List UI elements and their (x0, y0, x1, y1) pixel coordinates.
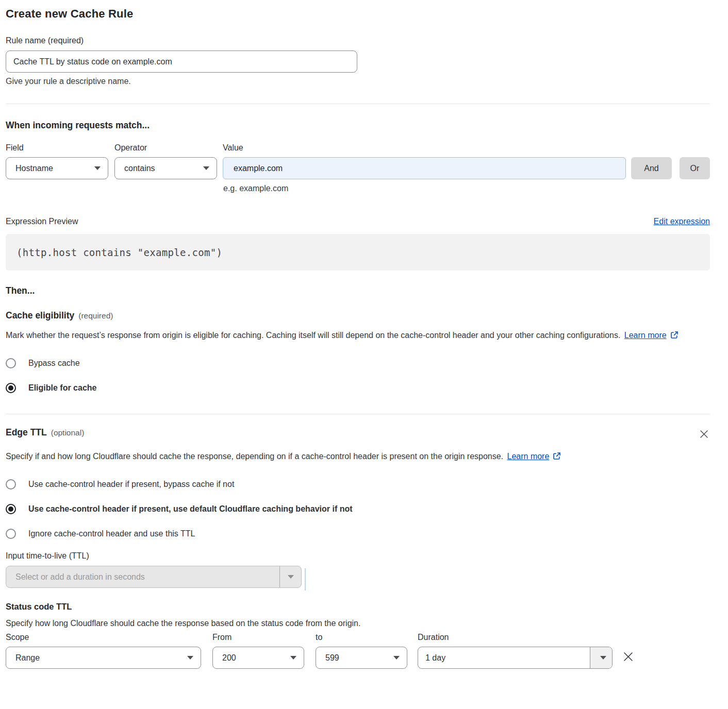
cache-eligibility-section: Cache eligibility (required) Mark whethe… (6, 310, 710, 393)
ttl-input-block: Input time-to-live (TTL) Select or add a… (6, 551, 302, 588)
bypass-cache-option[interactable]: Bypass cache (6, 358, 710, 368)
external-link-icon (670, 329, 679, 344)
required-tag: (required) (78, 311, 113, 320)
operator-select[interactable]: contains (114, 157, 217, 179)
status-code-ttl-section: Status code TTL Specify how long Cloudfl… (6, 602, 710, 669)
ttl-duration-select[interactable]: Select or add a duration in seconds (6, 566, 302, 588)
edge-ttl-description-text: Specify if and how long Cloudflare shoul… (6, 452, 503, 461)
and-button[interactable]: And (631, 157, 672, 179)
expression-code: (http.host contains "example.com") (16, 247, 222, 258)
ttl-select-arrow-button[interactable] (279, 566, 301, 587)
edge-ttl-option-ignore[interactable]: Ignore cache-control header and use this… (6, 529, 710, 539)
chevron-down-icon (393, 656, 400, 660)
expression-preview-section: Expression Preview Edit expression (http… (6, 217, 710, 271)
chevron-down-icon (94, 166, 101, 170)
scope-label: Scope (6, 633, 212, 642)
status-labels-row: Scope From to Duration (6, 633, 710, 642)
value-input[interactable] (223, 157, 626, 179)
radio-icon[interactable] (6, 479, 16, 489)
edit-expression-link[interactable]: Edit expression (654, 217, 710, 226)
match-heading: When incoming requests match... (6, 120, 710, 131)
to-select-value: 599 (325, 653, 389, 663)
edge-ttl-section: Edge TTL (optional) Specify if and how l… (6, 427, 710, 669)
edge-ttl-header: Edge TTL (optional) (6, 427, 710, 442)
field-label: Field (6, 143, 114, 153)
expression-preview-label: Expression Preview (6, 217, 78, 226)
duration-select-value: 1 day (418, 647, 590, 668)
to-label: to (316, 633, 418, 642)
rule-name-input[interactable] (6, 50, 357, 73)
chevron-down-icon (600, 656, 606, 660)
scope-select[interactable]: Range (6, 647, 201, 669)
close-icon[interactable] (698, 428, 710, 442)
to-select[interactable]: 599 (316, 647, 407, 669)
from-select[interactable]: 200 (212, 647, 304, 669)
duration-select-arrow-button[interactable] (590, 647, 612, 668)
match-section: When incoming requests match... Field Op… (6, 120, 710, 193)
chevron-down-icon (203, 166, 209, 170)
value-help-text: e.g. example.com (223, 184, 710, 193)
text-cursor (305, 568, 306, 590)
rule-name-label: Rule name (required) (6, 36, 710, 45)
eligible-for-cache-option[interactable]: Eligible for cache (6, 383, 710, 393)
edge-ttl-option-default[interactable]: Use cache-control header if present, use… (6, 504, 710, 514)
ttl-input-label: Input time-to-live (TTL) (6, 551, 302, 561)
duration-select[interactable]: 1 day (418, 647, 613, 669)
remove-row-icon[interactable] (621, 650, 635, 666)
radio-label: Use cache-control header if present, byp… (28, 480, 234, 489)
section-divider (6, 414, 710, 414)
radio-label: Ignore cache-control header and use this… (28, 529, 195, 538)
radio-icon[interactable] (6, 383, 16, 393)
radio-icon[interactable] (6, 529, 16, 539)
chevron-down-icon (288, 575, 294, 579)
create-cache-rule-form: Create new Cache Rule Rule name (require… (0, 0, 728, 684)
field-select-value: Hostname (15, 164, 90, 173)
radio-label: Bypass cache (28, 359, 80, 368)
rule-name-block: Rule name (required) Give your rule a de… (6, 36, 710, 86)
radio-icon[interactable] (6, 358, 16, 368)
match-controls-row: Hostname contains And Or (6, 157, 710, 179)
ttl-select-placeholder: Select or add a duration in seconds (6, 566, 279, 587)
rule-name-help: Give your rule a descriptive name. (6, 77, 710, 86)
edge-ttl-option-bypass[interactable]: Use cache-control header if present, byp… (6, 479, 710, 489)
optional-tag: (optional) (51, 428, 85, 437)
radio-label: Use cache-control header if present, use… (28, 504, 353, 514)
scope-select-value: Range (15, 653, 183, 663)
status-code-ttl-heading: Status code TTL (6, 602, 710, 612)
learn-more-link[interactable]: Learn more (507, 452, 550, 461)
cache-eligibility-heading-row: Cache eligibility (required) (6, 310, 710, 321)
then-heading: Then... (6, 285, 710, 296)
radio-label: Eligible for cache (28, 383, 96, 393)
or-button[interactable]: Or (680, 157, 710, 179)
cache-eligibility-description-text: Mark whether the request’s response from… (6, 331, 620, 340)
page-title: Create new Cache Rule (6, 7, 710, 21)
expression-code-block: (http.host contains "example.com") (6, 234, 710, 271)
section-divider (6, 104, 710, 104)
external-link-icon (553, 450, 561, 465)
edge-ttl-description: Specify if and how long Cloudflare shoul… (6, 449, 573, 465)
operator-label: Operator (114, 143, 223, 153)
chevron-down-icon (187, 656, 193, 660)
learn-more-link[interactable]: Learn more (624, 331, 667, 340)
chevron-down-icon (290, 656, 296, 660)
from-select-value: 200 (222, 653, 286, 663)
cache-eligibility-description: Mark whether the request’s response from… (6, 328, 710, 344)
radio-icon[interactable] (6, 504, 16, 514)
duration-label: Duration (418, 633, 449, 642)
from-label: From (212, 633, 316, 642)
match-labels-row: Field Operator Value (6, 143, 710, 153)
edge-ttl-heading: Edge TTL (6, 427, 47, 438)
status-code-ttl-description: Specify how long Cloudflare should cache… (6, 619, 710, 628)
cache-eligibility-heading: Cache eligibility (6, 310, 74, 321)
operator-select-value: contains (124, 164, 199, 173)
status-controls-row: Range 200 599 1 day (6, 647, 710, 669)
expression-header: Expression Preview Edit expression (6, 217, 710, 226)
field-select[interactable]: Hostname (6, 157, 108, 179)
value-label: Value (223, 143, 243, 153)
